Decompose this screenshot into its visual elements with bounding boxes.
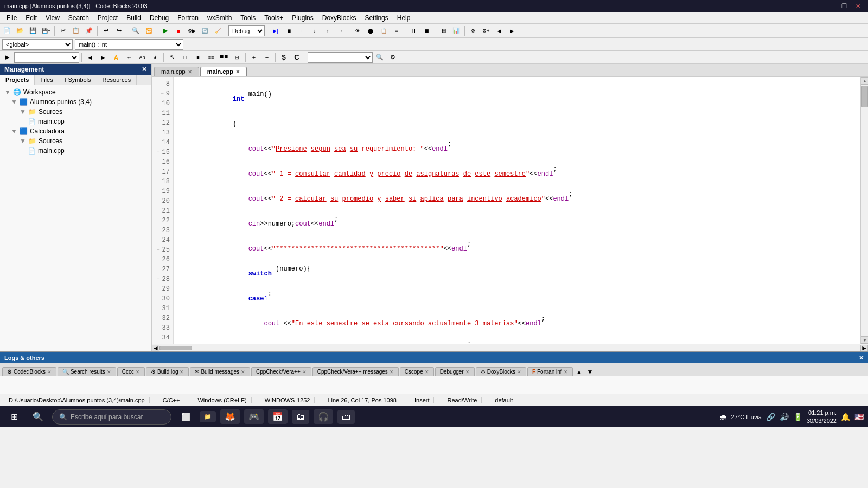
taskbar-filemanager[interactable]: 📁 bbox=[200, 411, 216, 422]
tree-sources-2[interactable]: ▼ 📁 Sources bbox=[0, 136, 151, 146]
horizontal-scrollbar[interactable]: ◄ ► bbox=[152, 344, 868, 351]
copy-button[interactable]: 📋 bbox=[70, 25, 82, 37]
bottom-tab-close-search[interactable]: ✕ bbox=[107, 369, 111, 375]
debug-step-out[interactable]: ↑ bbox=[322, 25, 334, 37]
bottom-tab-cppcheck-msg[interactable]: CppCheck/Vera++ messages ✕ bbox=[312, 367, 399, 376]
notifications-icon[interactable]: 🔔 bbox=[841, 413, 850, 421]
debug-run-to[interactable]: → bbox=[335, 25, 347, 37]
dollar-button[interactable]: $ bbox=[278, 52, 290, 63]
debug-stop[interactable]: ⏹ bbox=[283, 25, 295, 37]
pause-button[interactable]: ⏸ bbox=[407, 25, 419, 37]
replace-button[interactable]: 🔁 bbox=[143, 25, 155, 37]
tree-project-alumnos[interactable]: ▼ 🟦 Alumnos puntos (3,4) bbox=[0, 97, 151, 107]
fold-btn-9[interactable]: − bbox=[161, 89, 163, 99]
code-editor[interactable]: 8 −9 10 11 12 13 14 −15 16 17 18 19 20 2… bbox=[152, 77, 868, 344]
breakpoints-button[interactable]: ⬤ bbox=[365, 25, 376, 37]
bottom-tab-close-doxy[interactable]: ✕ bbox=[517, 369, 521, 375]
bottom-tabs-scroll-up[interactable]: ▲ bbox=[574, 368, 585, 376]
menu-view[interactable]: View bbox=[41, 13, 64, 23]
run-button[interactable]: ▶ bbox=[159, 25, 171, 37]
build-button[interactable]: ⚙▶ bbox=[186, 25, 197, 37]
start-button[interactable]: ⊞ bbox=[4, 407, 24, 427]
taskbar-app6[interactable]: 🗃 bbox=[337, 410, 355, 424]
sidebar-tab-fsymbols[interactable]: FSymbols bbox=[59, 75, 97, 85]
taskbar-app5[interactable]: 🎧 bbox=[314, 409, 333, 424]
menu-tools[interactable]: Tools bbox=[236, 13, 260, 23]
sidebar-tab-files[interactable]: Files bbox=[35, 75, 59, 85]
function-select[interactable]: main() : int bbox=[75, 39, 183, 50]
save-button[interactable]: 💾 bbox=[27, 25, 39, 37]
taskview-button[interactable]: ⬜ bbox=[176, 407, 195, 427]
menu-file[interactable]: File bbox=[2, 13, 21, 23]
toolbar-extra3[interactable]: ⊟ bbox=[231, 52, 243, 63]
bottom-tab-buildmsg[interactable]: ✉ Build messages ✕ bbox=[190, 367, 250, 376]
tree-sources-1[interactable]: ▼ 📁 Sources bbox=[0, 107, 151, 117]
menu-tools-plus[interactable]: Tools+ bbox=[260, 13, 288, 23]
code-content[interactable]: int main() { cout<<"Presione segun sea s… bbox=[174, 77, 860, 344]
tools2-button[interactable]: ⚙+ bbox=[480, 25, 492, 37]
menu-help[interactable]: Help bbox=[393, 13, 415, 23]
forward-button[interactable]: ► bbox=[97, 52, 109, 63]
misc-select[interactable] bbox=[14, 52, 79, 63]
save-all-button[interactable]: 💾+ bbox=[40, 25, 52, 37]
menu-debug[interactable]: Debug bbox=[145, 13, 173, 23]
bottom-tab-close-cccc[interactable]: ✕ bbox=[136, 369, 140, 375]
tree-workspace[interactable]: ▼ 🌐 Workspace bbox=[0, 87, 151, 97]
menu-project[interactable]: Project bbox=[93, 13, 122, 23]
vertical-scrollbar[interactable]: ▲ ▼ bbox=[860, 77, 868, 344]
search-settings-button[interactable]: ⚙ bbox=[387, 52, 399, 63]
menu-plugins[interactable]: Plugins bbox=[288, 13, 317, 23]
tab-close-1[interactable]: ✕ bbox=[235, 69, 240, 75]
battery-icon[interactable]: 🔋 bbox=[793, 413, 802, 421]
filled-rect-button[interactable]: ■ bbox=[192, 52, 204, 63]
zoom-in-button[interactable]: + bbox=[248, 52, 260, 63]
sidebar-tab-projects[interactable]: Projects bbox=[0, 75, 35, 85]
taskbar-clock[interactable]: 01:21 p.m. 30/03/2022 bbox=[807, 409, 837, 425]
fold-btn-15[interactable]: − bbox=[157, 147, 159, 157]
menu-settings[interactable]: Settings bbox=[360, 13, 392, 23]
console-button[interactable]: ▶ bbox=[1, 52, 13, 63]
scroll-thumb[interactable] bbox=[861, 86, 868, 107]
stop2-button[interactable]: ⏹ bbox=[420, 25, 432, 37]
bottom-tab-close-cppcheck-msg[interactable]: ✕ bbox=[390, 369, 394, 375]
disassembly-button[interactable]: ≡ bbox=[391, 25, 403, 37]
editor-tab-0[interactable]: main.cpp ✕ bbox=[154, 67, 199, 76]
toolbar-extra2[interactable]: ≣≣ bbox=[218, 52, 230, 63]
toolbar-extra1[interactable]: ≡≡ bbox=[205, 52, 217, 63]
titlebar-controls[interactable]: — ❐ ✕ bbox=[824, 2, 864, 11]
scope-select[interactable]: <global> bbox=[2, 39, 73, 50]
debug-button[interactable]: ▶| bbox=[270, 25, 282, 37]
close-button[interactable]: ✕ bbox=[852, 2, 864, 11]
menu-search[interactable]: Search bbox=[64, 13, 93, 23]
undo-button[interactable]: ↩ bbox=[100, 25, 112, 37]
search-input[interactable] bbox=[308, 52, 373, 63]
bottom-tabs-scroll-down[interactable]: ▼ bbox=[584, 368, 595, 376]
watch-button[interactable]: 👁 bbox=[352, 25, 363, 37]
bottom-tab-close-debugger[interactable]: ✕ bbox=[465, 369, 470, 375]
bottom-tab-cppcheck[interactable]: CppCheck/Vera++ ✕ bbox=[251, 367, 311, 376]
maximize-button[interactable]: ❐ bbox=[838, 2, 850, 11]
bottom-tab-debugger[interactable]: Debugger ✕ bbox=[435, 367, 475, 376]
ab-button[interactable]: Ab bbox=[136, 52, 148, 63]
taskbar-calendar[interactable]: 📅 bbox=[268, 409, 288, 424]
highlight-button[interactable]: A bbox=[110, 52, 122, 63]
bottom-tab-fortran[interactable]: F Fortran inf ✕ bbox=[527, 367, 573, 376]
taskbar-discord[interactable]: 🎮 bbox=[244, 409, 264, 424]
bottom-tab-close-buildlog[interactable]: ✕ bbox=[180, 369, 184, 375]
hscroll-right-button[interactable]: ► bbox=[860, 345, 868, 351]
rebuild-button[interactable]: 🔄 bbox=[199, 25, 210, 37]
debug-next[interactable]: →| bbox=[296, 25, 308, 37]
bottom-tab-search[interactable]: 🔍 Search results ✕ bbox=[58, 367, 116, 376]
fold-btn-25[interactable]: − bbox=[157, 245, 159, 255]
scroll-down-button[interactable]: ▼ bbox=[861, 336, 868, 344]
hscroll-left-button[interactable]: ◄ bbox=[152, 345, 159, 351]
menu-build[interactable]: Build bbox=[122, 13, 145, 23]
tools1-button[interactable]: ⚙ bbox=[467, 25, 479, 37]
sidebar-tab-resources[interactable]: Resources bbox=[97, 75, 137, 85]
menu-doxyblocks[interactable]: DoxyBlocks bbox=[318, 13, 361, 23]
callstack-button[interactable]: 📋 bbox=[378, 25, 390, 37]
rect-button[interactable]: □ bbox=[179, 52, 191, 63]
minimize-button[interactable]: — bbox=[824, 2, 836, 11]
star-button[interactable]: ★ bbox=[149, 52, 161, 63]
paste-button[interactable]: 📌 bbox=[83, 25, 95, 37]
